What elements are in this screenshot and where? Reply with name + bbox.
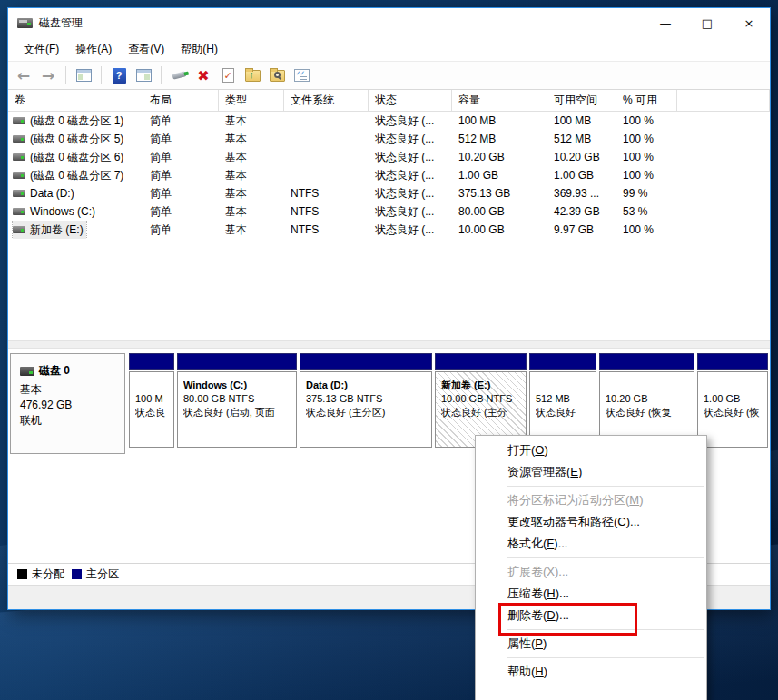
- app-drive-icon: [17, 18, 33, 28]
- unallocated-color-swatch: [17, 569, 27, 579]
- partition-color-bar: [129, 353, 174, 370]
- menu-item-help[interactable]: 帮助(H): [476, 661, 706, 683]
- partition-recovery-1gb[interactable]: 1.00 GB状态良好 (恢: [697, 353, 768, 454]
- partition-color-bar: [599, 353, 694, 370]
- volume-row[interactable]: Data (D:) 简单 基本 NTFS 状态良好 (... 375.13 GB…: [8, 184, 770, 202]
- col-type[interactable]: 类型: [219, 90, 284, 112]
- menu-separator: [507, 486, 704, 487]
- volume-row[interactable]: Windows (C:) 简单 基本 NTFS 状态良好 (... 80.00 …: [8, 202, 770, 221]
- context-menu: 打开(O) 资源管理器(E) 将分区标记为活动分区(M) 更改驱动器号和路径(C…: [475, 435, 707, 700]
- delete-icon[interactable]: ✖: [193, 65, 213, 85]
- menu-help[interactable]: 帮助(H): [172, 38, 226, 61]
- menu-item-properties[interactable]: 属性(P): [476, 633, 706, 655]
- toolbar: ← → ? ✖ ✓ ↑: [8, 61, 770, 90]
- menu-item-extend-volume: 扩展卷(X)...: [476, 561, 706, 583]
- volume-drive-icon: [13, 117, 25, 124]
- volume-drive-icon: [13, 172, 25, 179]
- back-icon[interactable]: ←: [14, 65, 34, 85]
- partition-data-d[interactable]: Data (D:)375.13 GB NTFS状态良好 (主分区): [300, 353, 432, 454]
- disk-size: 476.92 GB: [20, 398, 124, 413]
- titlebar: 磁盘管理 — □ ×: [8, 8, 770, 37]
- volume-row[interactable]: (磁盘 0 磁盘分区 5) 简单 基本 状态良好 (... 512 MB 512…: [8, 130, 770, 148]
- menu-file[interactable]: 文件(F): [15, 38, 67, 61]
- col-blank: [677, 90, 770, 112]
- menu-item-delete-volume[interactable]: 删除卷(D)...: [476, 605, 706, 626]
- rescan-tool-icon[interactable]: [169, 65, 189, 85]
- menu-item-mark-active: 将分区标记为活动分区(M): [476, 489, 706, 511]
- help-icon[interactable]: ?: [109, 65, 129, 85]
- volume-row-selected[interactable]: 新加卷 (E:) 简单 基本 NTFS 状态良好 (... 10.00 GB 9…: [8, 221, 770, 239]
- volume-row[interactable]: (磁盘 0 磁盘分区 6) 简单 基本 状态良好 (... 10.20 GB 1…: [8, 148, 770, 166]
- col-capacity[interactable]: 容量: [452, 90, 547, 112]
- toolbar-separator: [101, 66, 102, 84]
- menu-item-format[interactable]: 格式化(F)...: [476, 533, 706, 555]
- disk-name: 磁盘 0: [39, 363, 70, 379]
- menu-item-explorer[interactable]: 资源管理器(E): [476, 461, 706, 483]
- menu-item-open[interactable]: 打开(O): [476, 439, 706, 461]
- maximize-button[interactable]: □: [686, 8, 728, 37]
- close-button[interactable]: ×: [728, 8, 770, 37]
- col-status[interactable]: 状态: [369, 90, 452, 112]
- legend-unallocated: 未分配: [17, 567, 64, 582]
- menu-separator: [507, 557, 704, 558]
- menu-item-shrink-volume[interactable]: 压缩卷(H)...: [476, 583, 706, 605]
- col-freespace[interactable]: 可用空间: [547, 90, 616, 112]
- minimize-button[interactable]: —: [645, 8, 686, 37]
- menubar: 文件(F) 操作(A) 查看(V) 帮助(H): [8, 37, 770, 61]
- menu-separator: [507, 629, 704, 630]
- partition-color-bar: [300, 353, 432, 370]
- volume-drive-icon: [13, 190, 25, 197]
- volume-drive-icon: [13, 226, 25, 233]
- folder-up-icon[interactable]: ↑: [242, 65, 262, 85]
- window-title: 磁盘管理: [39, 15, 83, 31]
- volume-drive-icon: [13, 208, 25, 215]
- menu-action[interactable]: 操作(A): [67, 38, 120, 61]
- desktop: 磁盘管理 — □ × 文件(F) 操作(A) 查看(V) 帮助(H) ← → ?: [0, 0, 778, 700]
- volume-row[interactable]: (磁盘 0 磁盘分区 1) 简单 基本 状态良好 (... 100 MB 100…: [8, 112, 770, 130]
- pane-splitter[interactable]: [8, 340, 770, 349]
- col-filesystem[interactable]: 文件系统: [284, 90, 369, 112]
- legend-primary-partition: 主分区: [72, 567, 119, 582]
- disk-status: 联机: [20, 413, 124, 429]
- col-percentfree[interactable]: % 可用: [616, 90, 677, 112]
- volume-list: 卷 布局 类型 文件系统 状态 容量 可用空间 % 可用 (磁盘 0 磁盘分区 …: [8, 90, 770, 340]
- menu-item-change-drive-letter[interactable]: 更改驱动器号和路径(C)...: [476, 511, 706, 533]
- folder-search-icon[interactable]: [267, 65, 287, 85]
- show-console-tree-icon[interactable]: [74, 65, 94, 85]
- partition-color-bar: [177, 353, 297, 370]
- col-volume[interactable]: 卷: [8, 90, 143, 112]
- check-page-icon[interactable]: ✓: [218, 65, 238, 85]
- volume-list-header: 卷 布局 类型 文件系统 状态 容量 可用空间 % 可用: [8, 90, 770, 112]
- disk-type: 基本: [20, 382, 124, 398]
- toolbar-separator: [161, 66, 162, 84]
- volume-drive-icon: [13, 153, 25, 161]
- primary-color-swatch: [72, 569, 82, 579]
- partition-system-100mb[interactable]: 100 M状态良: [129, 353, 174, 454]
- disk0-info-panel[interactable]: 磁盘 0 基本 476.92 GB 联机: [10, 353, 125, 454]
- disk-icon: [20, 367, 34, 376]
- volume-row[interactable]: (磁盘 0 磁盘分区 7) 简单 基本 状态良好 (... 1.00 GB 1.…: [8, 166, 770, 184]
- properties-list-icon[interactable]: [291, 65, 311, 85]
- menu-view[interactable]: 查看(V): [120, 38, 172, 61]
- partition-windows-c[interactable]: Windows (C:)80.00 GB NTFS状态良好 (启动, 页面: [177, 353, 297, 454]
- col-layout[interactable]: 布局: [143, 90, 219, 112]
- show-action-pane-icon[interactable]: [133, 65, 153, 85]
- volume-drive-icon: [13, 135, 25, 143]
- partition-color-bar: [529, 353, 596, 370]
- toolbar-separator: [65, 66, 66, 84]
- partition-color-bar: [435, 353, 527, 370]
- forward-icon[interactable]: →: [38, 65, 58, 85]
- menu-separator: [507, 657, 704, 658]
- partition-color-bar: [697, 353, 768, 370]
